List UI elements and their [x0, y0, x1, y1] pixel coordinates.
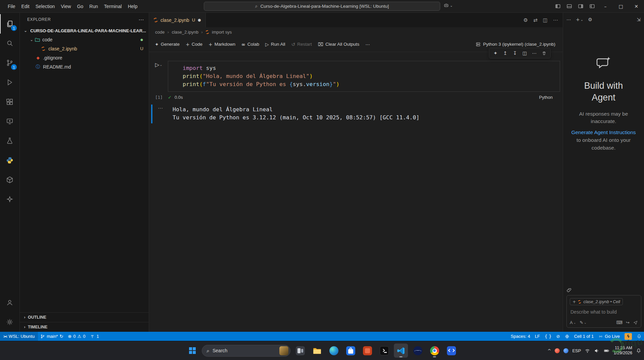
tree-file-gitignore[interactable]: ◆ .gitignore	[20, 53, 149, 62]
taskbar-app-store[interactable]	[343, 344, 358, 358]
volume-icon[interactable]	[594, 348, 600, 354]
cell-code-editor[interactable]: import sysprint("Hola, mundo del Álgebra…	[168, 61, 560, 92]
timeline-section[interactable]: › TIMELINE	[20, 322, 149, 332]
restart-kernel-button[interactable]: ↺ Restart	[288, 39, 315, 50]
breadcrumb-file[interactable]: clase_2.ipynb	[172, 30, 198, 35]
customize-layout-icon[interactable]	[586, 0, 598, 13]
manage-settings-button[interactable]	[0, 312, 19, 332]
menu-edit[interactable]: Edit	[18, 0, 33, 13]
outline-section[interactable]: › OUTLINE	[20, 312, 149, 322]
activity-remote-explorer-button[interactable]	[0, 112, 19, 131]
language-mode-item[interactable]: { }	[542, 332, 554, 341]
cell-language-picker[interactable]: Python	[539, 95, 553, 100]
menu-help[interactable]: Help	[125, 0, 141, 13]
copilot-titlebar-button[interactable]: ⌄	[444, 3, 453, 8]
tray-app-blue-icon[interactable]	[563, 348, 568, 353]
chat-input-placeholder[interactable]: Describe what to build	[570, 309, 637, 315]
menu-run[interactable]: Run	[86, 0, 101, 13]
attach-context-button[interactable]	[566, 286, 575, 294]
taskbar-app-edge[interactable]	[327, 344, 341, 358]
colab-button[interactable]: ∞ Colab	[238, 39, 262, 50]
close-button[interactable]: ✕	[629, 0, 644, 13]
split-editor-icon[interactable]: ◫	[543, 17, 548, 23]
tray-expand-icon[interactable]: ^	[547, 348, 551, 353]
activity-source-control-button[interactable]: 1	[0, 53, 19, 73]
indentation-item[interactable]: Spaces: 4	[508, 332, 533, 341]
explorer-more-actions-icon[interactable]: ⋯	[138, 16, 144, 23]
run-cell-and-below-icon[interactable]: ↧	[510, 49, 519, 57]
remote-indicator[interactable]: >< WSL: Ubuntu	[0, 332, 38, 341]
cell-position-item[interactable]: Cell 1 of 1	[572, 332, 596, 341]
ports-item[interactable]: 1	[88, 332, 101, 341]
chat-settings-icon[interactable]: ⚙	[588, 17, 592, 22]
problems-item[interactable]: ⊗ 0 ⚠ 0	[65, 332, 88, 341]
tools-icon[interactable]: ⌨	[616, 320, 623, 325]
run-cell-button[interactable]: ▷ ⌄	[155, 62, 168, 68]
maximize-button[interactable]: □	[613, 0, 629, 13]
configure-notebook-icon[interactable]: ⚙	[523, 17, 528, 23]
taskbar-app-dev[interactable]	[444, 344, 458, 358]
taskbar-app-terminal[interactable]	[377, 344, 391, 358]
split-cell-icon[interactable]: ◫	[520, 49, 529, 57]
taskbar-clock[interactable]: 11:25 AM 1/29/2026	[613, 346, 632, 356]
add-code-cell-button[interactable]: + Code	[183, 39, 205, 50]
activity-run-debug-button[interactable]	[0, 73, 19, 92]
breadcrumb-symbol[interactable]: import sys	[212, 30, 232, 35]
tree-folder-code[interactable]: ⌄ code ●	[20, 35, 149, 44]
activity-search-button[interactable]	[0, 34, 19, 53]
git-branch-item[interactable]: main* ↻	[38, 332, 65, 341]
taskbar-app-office[interactable]	[360, 344, 374, 358]
taskbar-app-disney-plus[interactable]	[411, 344, 425, 358]
browser-preview-item[interactable]	[562, 332, 572, 341]
taskbar-app-task-view[interactable]	[293, 344, 307, 358]
activity-extensions-button[interactable]	[0, 92, 19, 112]
menu-terminal[interactable]: Terminal	[101, 0, 125, 13]
menu-file[interactable]: File	[5, 0, 18, 13]
tab-clase2-ipynb[interactable]: clase_2.ipynb U ●	[149, 13, 206, 27]
add-markdown-cell-button[interactable]: + Markdown	[205, 39, 238, 50]
kernel-picker[interactable]: Python 3 (ipykernel) (clase_2.ipynb)	[475, 42, 560, 47]
open-chat-in-editor-icon[interactable]: ⇲	[637, 17, 641, 22]
project-root-row[interactable]: ⌄ CURSO-DE-ALGEBRA-LINEAL-PARA-MACHINE-L…	[20, 26, 149, 35]
run-all-button[interactable]: ▷ Run All	[262, 39, 288, 50]
generate-button[interactable]: ✦ Generate	[152, 39, 183, 50]
menu-selection[interactable]: Selection	[33, 0, 58, 13]
breadcrumb-code[interactable]: code	[155, 30, 165, 35]
keyboard-language[interactable]: ESP	[572, 348, 581, 353]
wifi-icon[interactable]	[585, 348, 590, 354]
notebook-more-actions-button[interactable]: ⋯	[362, 39, 373, 50]
chat-input-box[interactable]: + clase_2.ipynb • Cell Describe what to …	[566, 295, 641, 328]
new-chat-button[interactable]: + ⌄	[576, 17, 583, 22]
forward-icon[interactable]: ↪	[626, 320, 630, 325]
tree-file-readme[interactable]: ⓘ README.md	[20, 62, 149, 71]
mode-picker[interactable]: A ⌄	[570, 320, 576, 325]
toggle-secondary-sidebar-icon[interactable]	[575, 0, 586, 13]
activity-python-button[interactable]	[0, 151, 19, 170]
menu-go[interactable]: Go	[74, 0, 86, 13]
tree-file-clase2-ipynb[interactable]: clase_2.ipynb U	[20, 44, 149, 53]
eol-item[interactable]: LF	[533, 332, 542, 341]
notification-bell-icon[interactable]	[636, 348, 641, 353]
toggle-panel-icon[interactable]	[563, 0, 575, 13]
taskbar-app-chrome[interactable]	[427, 344, 442, 358]
generate-agent-instructions-link[interactable]: Generate Agent Instructions	[571, 129, 636, 135]
taskbar-app-vscode[interactable]	[394, 344, 408, 358]
battery-icon[interactable]	[603, 348, 610, 354]
chat-more-icon[interactable]: ⋯	[566, 17, 571, 22]
more-actions-icon[interactable]: ⋯	[553, 17, 558, 23]
activity-explorer-button[interactable]: 1	[0, 14, 19, 34]
context-chip[interactable]: + clase_2.ipynb • Cell	[570, 298, 623, 305]
menu-view[interactable]: View	[58, 0, 74, 13]
taskbar-app-file-explorer[interactable]	[310, 344, 324, 358]
cell-more-actions-icon[interactable]: ⋯	[530, 49, 539, 57]
model-picker[interactable]: ✎ ⌄	[580, 320, 586, 325]
start-button[interactable]	[186, 344, 199, 357]
command-center-search[interactable]: ⌕ Curso-de-Algebra-Lineal-para-Machine-L…	[204, 2, 440, 11]
collapse-output-icon[interactable]: ⋯	[158, 105, 163, 111]
clear-all-outputs-button[interactable]: ⌧ Clear All Outputs	[315, 39, 362, 50]
send-icon[interactable]	[633, 320, 638, 325]
open-changes-icon[interactable]: ⇄	[533, 17, 538, 23]
activity-testing-button[interactable]	[0, 131, 19, 151]
cell-generate-icon[interactable]: ✦	[491, 49, 500, 57]
delete-cell-icon[interactable]	[540, 49, 549, 57]
